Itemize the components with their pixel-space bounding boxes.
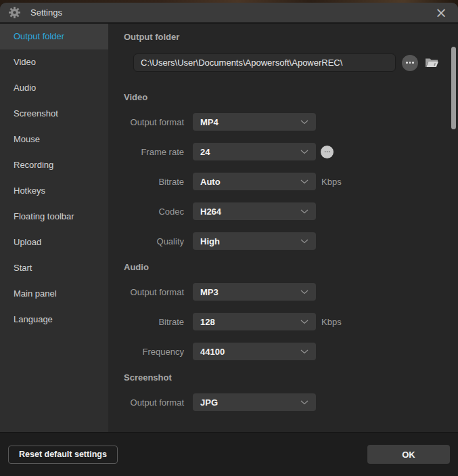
settings-content: Output folder Video Output format <box>108 24 458 432</box>
titlebar: Settings × <box>0 3 458 24</box>
sidebar-item-upload[interactable]: Upload <box>0 230 108 255</box>
chevron-down-icon <box>300 120 308 125</box>
setting-row-video-quality: Quality High <box>124 232 458 250</box>
gear-icon <box>9 7 20 18</box>
dot <box>329 151 329 153</box>
frame-rate-more-button[interactable] <box>321 146 334 158</box>
section-header-audio: Audio <box>124 262 458 272</box>
chevron-down-icon <box>300 179 308 184</box>
video-quality-select[interactable]: High <box>193 232 316 250</box>
selected-value: Auto <box>200 177 221 187</box>
audio-bitrate-select[interactable]: 128 <box>193 313 316 330</box>
chevron-down-icon <box>300 209 308 214</box>
field-label: Codec <box>124 207 184 217</box>
video-frame-rate-select[interactable]: 24 <box>193 143 316 160</box>
setting-row-audio-frequency: Frequency 44100 <box>124 343 458 360</box>
sidebar-item-hotkeys[interactable]: Hotkeys <box>0 178 108 204</box>
unit-label: Kbps <box>321 177 342 187</box>
dot <box>406 62 408 64</box>
sidebar-item-floating-toolbar[interactable]: Floating toolbar <box>0 204 108 230</box>
audio-frequency-select[interactable]: 44100 <box>193 343 316 360</box>
chevron-down-icon <box>300 239 308 244</box>
field-label: Quality <box>124 236 184 246</box>
selected-value: MP4 <box>200 117 219 127</box>
reset-default-settings-button[interactable]: Reset default settings <box>8 446 118 464</box>
section-header-video: Video <box>124 92 458 102</box>
setting-row-audio-bitrate: Bitrate 128 Kbps <box>124 313 458 330</box>
browse-ellipsis-button[interactable] <box>402 55 418 71</box>
screenshot-rows: Output format JPG <box>124 393 458 411</box>
video-bitrate-select[interactable]: Auto <box>193 173 316 190</box>
field-label: Bitrate <box>124 317 184 327</box>
video-output-format-select[interactable]: MP4 <box>193 113 316 131</box>
section-header-output-folder: Output folder <box>124 32 458 42</box>
video-codec-select[interactable]: H264 <box>193 202 316 220</box>
audio-rows: Output format MP3 Bitrate 128 Kbps Frequ <box>124 283 458 360</box>
dot <box>412 62 414 64</box>
sidebar: Output folder Video Audio Screenshot Mou… <box>0 24 108 432</box>
setting-row-screenshot-output-format: Output format JPG <box>124 393 458 411</box>
settings-dialog: Settings × Output folder Video Audio Scr… <box>0 3 458 476</box>
dialog-body: Output folder Video Audio Screenshot Mou… <box>0 24 458 432</box>
window-title: Settings <box>30 7 62 18</box>
unit-label: Kbps <box>321 317 342 327</box>
sidebar-item-output-folder[interactable]: Output folder <box>0 24 108 49</box>
field-label: Output format <box>124 287 184 297</box>
chevron-down-icon <box>300 290 308 295</box>
dot <box>325 151 325 153</box>
chevron-down-icon <box>300 320 308 324</box>
selected-value: High <box>200 236 220 246</box>
scrollbar-thumb[interactable] <box>451 47 456 129</box>
setting-row-video-bitrate: Bitrate Auto Kbps <box>124 173 458 190</box>
field-label: Bitrate <box>124 177 184 187</box>
selected-value: 44100 <box>200 347 225 357</box>
video-rows: Output format MP4 Frame rate 24 <box>124 113 458 250</box>
sidebar-item-screenshot[interactable]: Screenshot <box>0 101 108 127</box>
sidebar-item-start[interactable]: Start <box>0 255 108 281</box>
sidebar-item-recording[interactable]: Recording <box>0 152 108 178</box>
setting-row-video-output-format: Output format MP4 <box>124 113 458 131</box>
dot <box>327 151 327 153</box>
output-path-row <box>133 53 458 72</box>
selected-value: MP3 <box>200 287 219 297</box>
field-label: Frame rate <box>124 147 184 157</box>
field-label: Output format <box>124 117 184 127</box>
sidebar-item-video[interactable]: Video <box>0 49 108 75</box>
field-label: Output format <box>124 397 184 408</box>
chevron-down-icon <box>300 349 308 354</box>
sidebar-item-mouse[interactable]: Mouse <box>0 127 108 152</box>
chevron-down-icon <box>300 150 308 154</box>
chevron-down-icon <box>300 400 308 405</box>
selected-value: H264 <box>200 207 221 217</box>
selected-value: 24 <box>200 147 210 157</box>
setting-row-video-codec: Codec H264 <box>124 202 458 220</box>
setting-row-video-frame-rate: Frame rate 24 <box>124 143 458 160</box>
ok-button[interactable]: OK <box>367 445 450 464</box>
sidebar-item-main-panel[interactable]: Main panel <box>0 281 108 307</box>
section-header-screenshot: Screenshot <box>124 372 458 383</box>
selected-value: JPG <box>200 397 218 408</box>
field-label: Frequency <box>124 347 184 357</box>
output-path-input[interactable] <box>133 53 396 72</box>
screenshot-output-format-select[interactable]: JPG <box>193 393 316 411</box>
close-button[interactable]: × <box>433 5 449 21</box>
audio-output-format-select[interactable]: MP3 <box>193 283 316 301</box>
dot <box>409 62 411 64</box>
selected-value: 128 <box>200 317 215 327</box>
sidebar-item-audio[interactable]: Audio <box>0 75 108 101</box>
footer-bar: Reset default settings OK <box>0 432 458 476</box>
open-folder-button[interactable] <box>425 57 439 68</box>
setting-row-audio-output-format: Output format MP3 <box>124 283 458 301</box>
folder-icon <box>425 57 439 68</box>
sidebar-item-language[interactable]: Language <box>0 307 108 332</box>
